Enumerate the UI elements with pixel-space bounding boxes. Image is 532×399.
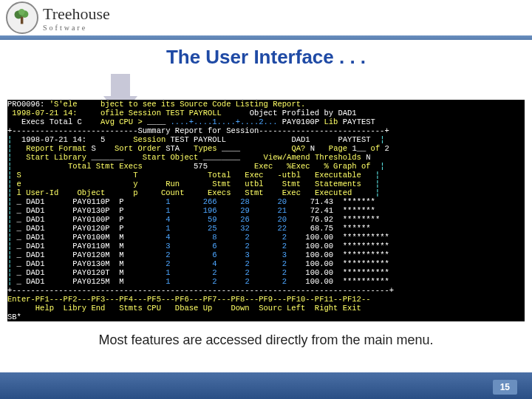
slide-caption: Most features are accessed directly from… (0, 332, 532, 348)
footer-bar: 15 (0, 372, 532, 399)
tree-icon (6, 1, 38, 34)
svg-rect-3 (21, 17, 24, 24)
terminal-screen[interactable]: PRO0096: 'S'ele bject to see its Source … (7, 100, 525, 321)
page-number: 15 (493, 380, 517, 395)
slide-title: The User Interface . . . (0, 46, 532, 69)
brand-name: Treehouse (43, 4, 110, 24)
svg-point-2 (18, 9, 24, 15)
header-stripe (0, 35, 532, 40)
brand-sub: Software (43, 24, 110, 32)
brand-logo: Treehouse Software (6, 1, 110, 34)
